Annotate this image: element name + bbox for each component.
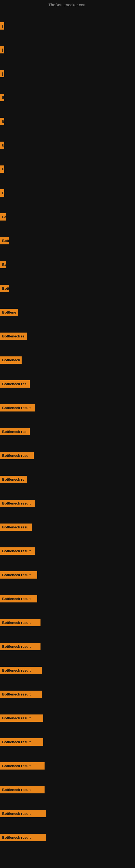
bar-row: Bottleneck res (0, 372, 135, 396)
bar-label: Bottleneck resu (0, 524, 32, 531)
bar-label: Bottleneck resul (0, 452, 34, 459)
bar-label: B (0, 165, 4, 173)
bar-row: Bottleneck result (0, 826, 135, 849)
bar-label: Bott (0, 285, 9, 292)
bar-row: Bottleneck result (0, 754, 135, 778)
bar-label: Bottleneck result (0, 810, 46, 817)
bar-row: | (0, 62, 135, 86)
bar-row: Bottleneck result (0, 706, 135, 730)
bar-row: Bottleneck result (0, 730, 135, 754)
bar-label: Bott (0, 237, 9, 244)
bar-row: Bottleneck result (0, 778, 135, 802)
bar-label: Bottleneck result (0, 786, 45, 794)
bar-label: Bottleneck res (0, 380, 30, 388)
bar-row: Bottleneck result (0, 491, 135, 515)
bar-label: Bottleneck res (0, 428, 30, 435)
bar-row: Bottleneck result (0, 802, 135, 826)
bar-label: Bottleneck (0, 356, 21, 364)
bars-container: |||BBBBBBoBottBoBottBottleneBottleneck r… (0, 8, 135, 852)
bar-label: | (0, 70, 4, 77)
bar-label: | (0, 22, 4, 30)
bar-row: Bo (0, 205, 135, 229)
bar-label: Bottleneck result (0, 500, 35, 507)
bar-label: B (0, 94, 4, 101)
bar-row: B (0, 109, 135, 133)
bar-row: B (0, 86, 135, 109)
bar-label: | (0, 46, 4, 54)
bar-label: Bottleneck re (0, 476, 27, 483)
bar-label: B (0, 118, 4, 125)
bar-row: Bottleneck result (0, 587, 135, 611)
bar-label: Bo (0, 261, 6, 268)
bar-label: Bottlene (0, 309, 18, 316)
bar-row: | (0, 14, 135, 38)
bar-row: | (0, 38, 135, 62)
bar-label: Bottleneck result (0, 738, 43, 746)
bar-label: Bottleneck result (0, 547, 35, 555)
bar-row: Bottleneck resul (0, 443, 135, 467)
bar-label: B (0, 189, 4, 197)
site-title: TheBottlenecker.com (0, 0, 135, 8)
bar-label: B (0, 142, 4, 149)
bar-row: Bott (0, 229, 135, 252)
bar-row: Bottleneck resu (0, 515, 135, 539)
bar-row: Bottleneck re (0, 467, 135, 491)
bar-label: Bottleneck result (0, 667, 42, 674)
bar-row: Bottleneck result (0, 682, 135, 706)
bar-row: Bottleneck result (0, 634, 135, 658)
bar-row: Bottleneck re (0, 324, 135, 348)
bar-label: Bottleneck result (0, 404, 35, 411)
bar-label: Bottleneck result (0, 691, 42, 698)
bar-label: Bottleneck re (0, 333, 27, 340)
bar-row: Bottleneck result (0, 396, 135, 420)
bar-label: Bottleneck result (0, 643, 41, 650)
bar-row: Bottleneck result (0, 563, 135, 587)
bar-row: Bottleneck (0, 348, 135, 372)
bar-row: B (0, 133, 135, 157)
bar-row: Bottleneck result (0, 539, 135, 563)
bar-row: Bott (0, 276, 135, 300)
bar-label: Bottleneck result (0, 714, 43, 722)
bar-label: Bottleneck result (0, 762, 45, 770)
bar-label: Bottleneck result (0, 595, 37, 602)
bar-row: Bo (0, 252, 135, 276)
bar-row: B (0, 181, 135, 205)
bar-label: Bo (0, 213, 6, 220)
bar-label: Bottleneck result (0, 834, 46, 841)
bar-row: Bottleneck res (0, 420, 135, 443)
bar-label: Bottleneck result (0, 619, 41, 626)
bar-row: Bottleneck result (0, 611, 135, 634)
bar-row: Bottlene (0, 300, 135, 324)
bar-row: B (0, 157, 135, 181)
bar-row: Bottleneck result (0, 658, 135, 682)
bar-label: Bottleneck result (0, 571, 37, 579)
